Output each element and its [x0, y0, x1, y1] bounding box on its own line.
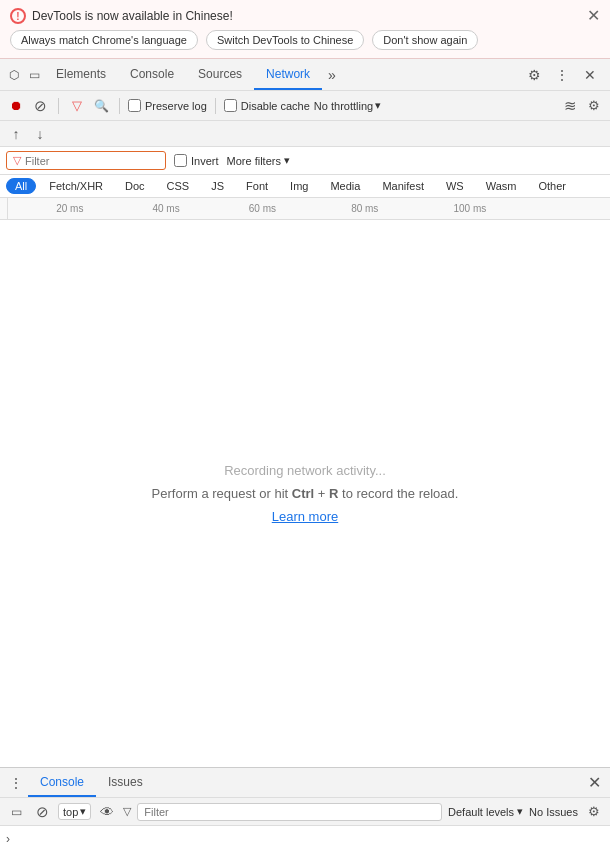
r-key: R [329, 486, 338, 501]
filter-icon-small: ▽ [123, 805, 131, 818]
tick-20ms: 20 ms [56, 203, 83, 214]
no-issues-badge: No Issues [529, 806, 578, 818]
more-filters-button[interactable]: More filters ▾ [227, 154, 290, 167]
drawer-tab-console[interactable]: Console [28, 768, 96, 797]
disable-cache-checkbox[interactable] [224, 99, 237, 112]
type-btn-ws[interactable]: WS [437, 178, 473, 194]
bottom-drawer: ⋮ Console Issues ✕ ▭ ⊘ top ▾ 👁 ▽ Default… [0, 767, 610, 852]
tabs-icons-group: ⚙ ⋮ ✕ [522, 63, 606, 87]
tick-100ms: 100 ms [453, 203, 486, 214]
filter-row: ▽ Invert More filters ▾ [0, 147, 610, 175]
tick-40ms: 40 ms [152, 203, 179, 214]
drawer-tab-issues[interactable]: Issues [96, 768, 155, 797]
console-toolbar: ▭ ⊘ top ▾ 👁 ▽ Default levels ▾ No Issues… [0, 798, 610, 826]
always-match-button[interactable]: Always match Chrome's language [10, 30, 198, 50]
timeline-header: 20 ms 40 ms 60 ms 80 ms 100 ms [0, 198, 610, 220]
preserve-log-label[interactable]: Preserve log [128, 99, 207, 112]
notification-title: ! DevTools is now available in Chinese! [10, 8, 600, 24]
drawer-tab-bar: ⋮ Console Issues ✕ [0, 768, 610, 798]
type-btn-manifest[interactable]: Manifest [373, 178, 433, 194]
type-btn-css[interactable]: CSS [158, 178, 199, 194]
console-input-row: › [0, 826, 610, 852]
default-levels-dropdown-icon: ▾ [517, 805, 523, 818]
filter-input-wrap: ▽ [6, 151, 166, 170]
info-icon: ! [10, 8, 26, 24]
cursor-tool-icon[interactable]: ⬡ [4, 65, 24, 85]
close-drawer-button[interactable]: ✕ [582, 771, 606, 795]
more-options-icon[interactable]: ⋮ [550, 63, 574, 87]
network-main-panel: Recording network activity... Perform a … [0, 220, 610, 767]
default-levels-button[interactable]: Default levels ▾ [448, 805, 523, 818]
network-empty-state: Recording network activity... Perform a … [0, 220, 610, 767]
eye-icon[interactable]: 👁 [97, 802, 117, 822]
record-stop-icon[interactable]: ⏺ [6, 96, 26, 116]
tick-60ms: 60 ms [249, 203, 276, 214]
recording-text: Recording network activity... [224, 463, 386, 478]
separator-2 [119, 98, 120, 114]
console-clear-icon[interactable]: ⊘ [32, 802, 52, 822]
type-btn-media[interactable]: Media [321, 178, 369, 194]
notification-text: DevTools is now available in Chinese! [32, 9, 233, 23]
filter-input[interactable] [25, 155, 159, 167]
notification-buttons: Always match Chrome's language Switch De… [10, 30, 600, 50]
network-settings-icon[interactable]: ⚙ [584, 96, 604, 116]
perform-text: Perform a request or hit Ctrl + R to rec… [152, 486, 459, 501]
upload-icon[interactable]: ↑ [6, 124, 26, 144]
close-devtools-icon[interactable]: ✕ [578, 63, 602, 87]
type-btn-font[interactable]: Font [237, 178, 277, 194]
settings-icon[interactable]: ⚙ [522, 63, 546, 87]
drawer-menu-icon[interactable]: ⋮ [4, 768, 28, 797]
tab-network[interactable]: Network [254, 59, 322, 90]
type-btn-img[interactable]: Img [281, 178, 317, 194]
throttling-select[interactable]: No throttling ▾ [314, 99, 381, 112]
invert-checkbox[interactable] [174, 154, 187, 167]
network-toolbar-row2: ↑ ↓ [0, 121, 610, 147]
mobile-device-icon[interactable]: ▭ [24, 65, 44, 85]
network-toolbar: ⏺ ⊘ ▽ 🔍 Preserve log Disable cache No th… [0, 91, 610, 121]
tab-elements[interactable]: Elements [44, 59, 118, 90]
wifi-icon[interactable]: ≋ [560, 96, 580, 116]
context-dropdown-icon: ▾ [80, 805, 86, 818]
type-btn-all[interactable]: All [6, 178, 36, 194]
type-filters-bar: All Fetch/XHR Doc CSS JS Font Img Media … [0, 175, 610, 198]
close-notification-button[interactable]: ✕ [587, 8, 600, 24]
dont-show-again-button[interactable]: Don't show again [372, 30, 478, 50]
download-icon[interactable]: ↓ [30, 124, 50, 144]
separator-3 [215, 98, 216, 114]
clear-icon[interactable]: ⊘ [30, 96, 50, 116]
throttle-dropdown-icon: ▾ [375, 99, 381, 112]
tab-console[interactable]: Console [118, 59, 186, 90]
separator-1 [58, 98, 59, 114]
console-settings-icon[interactable]: ⚙ [584, 802, 604, 822]
invert-label[interactable]: Invert [174, 154, 219, 167]
type-btn-fetch-xhr[interactable]: Fetch/XHR [40, 178, 112, 194]
type-btn-doc[interactable]: Doc [116, 178, 154, 194]
search-icon[interactable]: 🔍 [91, 96, 111, 116]
timeline-ticks: 20 ms 40 ms 60 ms 80 ms 100 ms [8, 198, 610, 219]
learn-more-link[interactable]: Learn more [272, 509, 338, 524]
tabs-overflow-button[interactable]: » [322, 59, 342, 90]
tab-sources[interactable]: Sources [186, 59, 254, 90]
disable-cache-label[interactable]: Disable cache [224, 99, 310, 112]
console-filter-icon-wrap: ▽ [123, 805, 131, 818]
context-selector[interactable]: top ▾ [58, 803, 91, 820]
devtools-tab-bar: ⬡ ▭ Elements Console Sources Network » ⚙… [0, 59, 610, 91]
console-filter-input[interactable] [137, 803, 442, 821]
type-btn-js[interactable]: JS [202, 178, 233, 194]
switch-devtools-button[interactable]: Switch DevTools to Chinese [206, 30, 364, 50]
ctrl-key: Ctrl [292, 486, 314, 501]
filter-funnel-icon: ▽ [13, 154, 21, 167]
type-btn-wasm[interactable]: Wasm [477, 178, 526, 194]
type-btn-other[interactable]: Other [529, 178, 575, 194]
timeline-left-margin [0, 198, 8, 219]
filter-icon[interactable]: ▽ [67, 96, 87, 116]
more-filters-chevron: ▾ [284, 154, 290, 167]
tick-80ms: 80 ms [351, 203, 378, 214]
preserve-log-checkbox[interactable] [128, 99, 141, 112]
notification-bar: ✕ ! DevTools is now available in Chinese… [0, 0, 610, 59]
console-prompt-icon: › [6, 832, 10, 846]
console-sidebar-icon[interactable]: ▭ [6, 802, 26, 822]
